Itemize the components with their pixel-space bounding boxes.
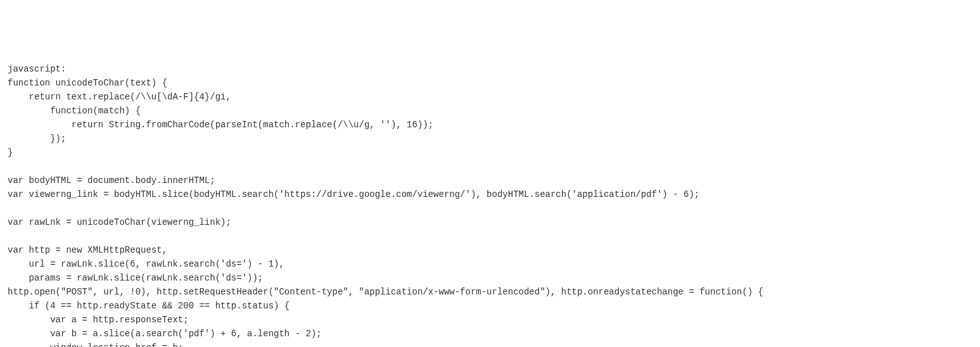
code-snippet: javascript: function unicodeToChar(text)… bbox=[8, 62, 972, 347]
